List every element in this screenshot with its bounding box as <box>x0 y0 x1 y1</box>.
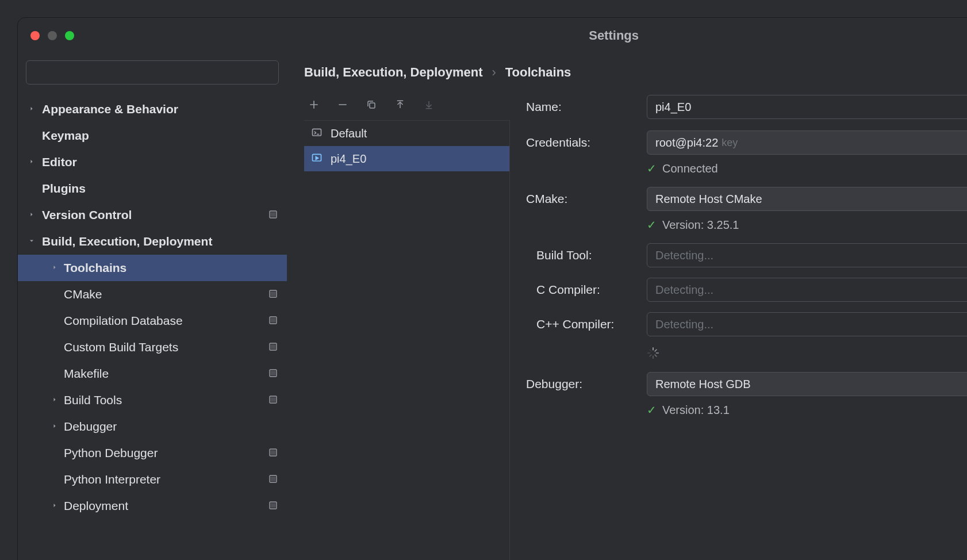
project-settings-icon <box>268 369 279 379</box>
body: Appearance & BehaviorKeymapEditorPlugins… <box>18 53 967 560</box>
tree-item-python-interpreter[interactable]: Python Interpreter <box>18 466 287 493</box>
add-toolchain-button[interactable] <box>306 97 321 112</box>
cmake-label: CMake: <box>526 192 647 206</box>
chevron-right-icon <box>26 158 37 167</box>
build-tool-input[interactable]: Detecting... <box>647 243 967 267</box>
tree-item-label: Debugger <box>64 420 117 434</box>
c-compiler-label: C Compiler: <box>526 283 647 297</box>
svg-rect-19 <box>271 504 275 508</box>
toolchain-toolbar <box>304 93 510 120</box>
chevron-right-icon <box>49 263 60 273</box>
tree-item-label: Deployment <box>64 499 128 513</box>
project-settings-icon <box>268 316 279 326</box>
toolchain-item-label: Default <box>331 127 367 140</box>
svg-line-37 <box>650 355 651 356</box>
tree-item-keymap[interactable]: Keymap <box>18 122 287 149</box>
tree-item-label: Python Interpreter <box>64 473 160 486</box>
tree-item-python-debugger[interactable]: Python Debugger <box>18 440 287 466</box>
maximize-window-button[interactable] <box>65 31 74 40</box>
move-down-button[interactable] <box>421 97 436 112</box>
tree-item-plugins[interactable]: Plugins <box>18 175 287 202</box>
tree-item-toolchains[interactable]: Toolchains <box>18 255 287 281</box>
settings-tree: Appearance & BehaviorKeymapEditorPlugins… <box>18 93 287 519</box>
toolchain-list: Defaultpi4_E0 <box>304 120 510 560</box>
tree-item-label: Toolchains <box>64 261 126 275</box>
name-input[interactable]: pi4_E0 <box>647 95 967 119</box>
svg-rect-23 <box>370 103 375 108</box>
tree-item-label: Plugins <box>42 182 86 195</box>
breadcrumb-parent[interactable]: Build, Execution, Deployment <box>304 65 482 80</box>
chevron-right-icon <box>26 210 37 220</box>
project-settings-icon <box>268 395 279 405</box>
breadcrumb-separator: › <box>492 65 496 80</box>
check-icon: ✓ <box>647 403 657 417</box>
tree-item-label: Python Debugger <box>64 446 158 460</box>
tree-item-makefile[interactable]: Makefile <box>18 360 287 387</box>
svg-line-39 <box>650 350 651 351</box>
cmake-select[interactable]: Remote Host CMake <box>647 187 967 211</box>
project-settings-icon <box>268 474 279 485</box>
close-window-button[interactable] <box>30 31 40 40</box>
name-label: Name: <box>526 100 647 114</box>
svg-line-35 <box>655 355 657 356</box>
tree-item-build-tools[interactable]: Build Tools <box>18 387 287 413</box>
titlebar: Settings <box>18 18 967 53</box>
tree-item-version-control[interactable]: Version Control <box>18 202 287 228</box>
chevron-right-icon <box>49 501 60 511</box>
chevron-right-icon <box>26 105 37 114</box>
cmake-version-status: ✓ Version: 3.25.1 <box>647 218 739 232</box>
toolchain-form: Name: pi4_E0 Credentials: root@pi4:22 ke… <box>510 93 967 560</box>
tree-item-deployment[interactable]: Deployment <box>18 493 287 519</box>
toolchain-item-label: pi4_E0 <box>331 152 366 166</box>
c-compiler-input[interactable]: Detecting... <box>647 278 967 302</box>
tree-item-label: Compilation Database <box>64 314 183 328</box>
settings-window: Settings Appearance & BehaviorKeymapEdit… <box>17 17 967 560</box>
cpp-compiler-input[interactable]: Detecting... <box>647 312 967 336</box>
build-tool-label: Build Tool: <box>526 248 647 262</box>
tree-item-build-execution-deployment[interactable]: Build, Execution, Deployment <box>18 228 287 255</box>
content-area: Build, Execution, Deployment › Toolchain… <box>287 53 967 560</box>
tree-item-compilation-database[interactable]: Compilation Database <box>18 308 287 334</box>
toolchain-item-pi4-e0[interactable]: pi4_E0 <box>304 146 509 171</box>
tree-item-label: Version Control <box>42 208 132 222</box>
credentials-label: Credentials: <box>526 136 647 149</box>
svg-rect-15 <box>271 451 275 455</box>
move-up-button[interactable] <box>393 97 408 112</box>
tree-item-cmake[interactable]: CMake <box>18 281 287 308</box>
remove-toolchain-button[interactable] <box>335 97 350 112</box>
tree-item-label: Editor <box>42 155 77 169</box>
svg-rect-9 <box>271 345 275 349</box>
chevron-down-icon <box>26 237 37 246</box>
tree-item-debugger[interactable]: Debugger <box>18 413 287 440</box>
minimize-window-button[interactable] <box>48 31 57 40</box>
content-main: Defaultpi4_E0 Name: pi4_E0 Credentials: … <box>304 93 967 560</box>
tree-item-appearance-behavior[interactable]: Appearance & Behavior <box>18 96 287 122</box>
copy-toolchain-button[interactable] <box>364 97 379 112</box>
svg-rect-5 <box>271 292 275 296</box>
breadcrumb: Build, Execution, Deployment › Toolchain… <box>304 65 967 93</box>
svg-marker-31 <box>316 157 318 160</box>
project-settings-icon <box>268 448 279 458</box>
toolchain-item-default[interactable]: Default <box>304 121 509 146</box>
debugger-label: Debugger: <box>526 377 647 391</box>
svg-rect-17 <box>271 477 275 481</box>
tree-item-editor[interactable]: Editor <box>18 149 287 175</box>
tree-item-custom-build-targets[interactable]: Custom Build Targets <box>18 334 287 360</box>
tree-item-label: Keymap <box>42 129 89 143</box>
spinner-icon <box>647 347 659 359</box>
connection-status: ✓ Connected <box>647 162 718 175</box>
svg-line-33 <box>655 350 657 351</box>
project-settings-icon <box>268 501 279 511</box>
check-icon: ✓ <box>647 218 657 232</box>
svg-rect-11 <box>271 371 275 375</box>
window-controls <box>30 31 74 40</box>
svg-rect-7 <box>271 319 275 323</box>
chevron-right-icon <box>49 422 60 431</box>
svg-rect-3 <box>271 213 275 217</box>
project-settings-icon <box>268 289 279 300</box>
credentials-select[interactable]: root@pi4:22 key <box>647 131 967 155</box>
search-input[interactable] <box>26 60 279 85</box>
window-title: Settings <box>589 28 639 43</box>
svg-rect-13 <box>271 398 275 402</box>
debugger-select[interactable]: Remote Host GDB <box>647 372 967 396</box>
